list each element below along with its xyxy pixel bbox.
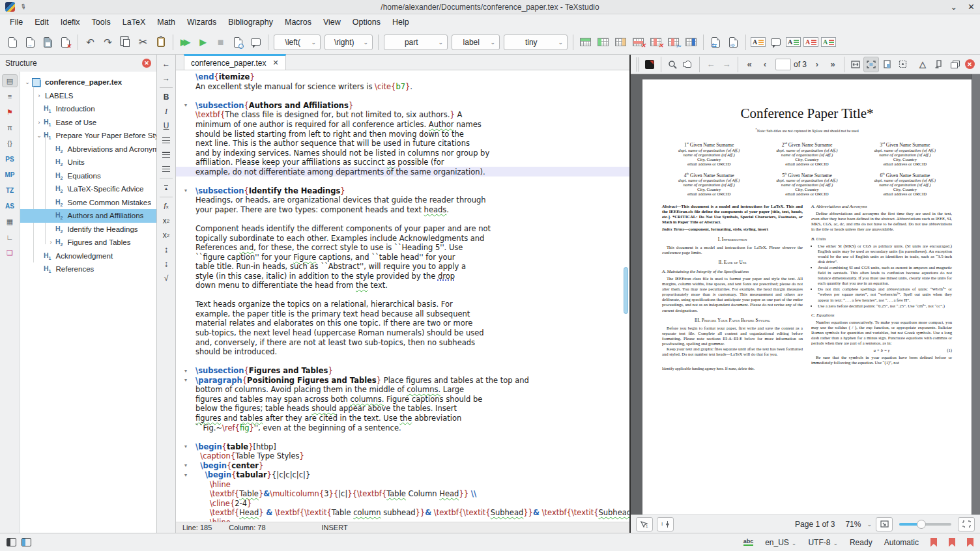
sqrt-button[interactable]: √ [158,272,174,285]
tree-item-some-common-mistakes[interactable]: H2Some Common Mistakes [20,196,156,210]
code-line[interactable]: and by indexing services. Names should n… [176,148,629,158]
code-line[interactable]: References and, for these, the correct s… [176,243,629,253]
tree-item-equations[interactable]: H2Equations [20,169,156,183]
fit-window-button[interactable] [863,57,879,72]
menu-wizards[interactable]: Wizards [181,16,222,29]
code-line[interactable]: minimum of one author is required for al… [176,120,629,130]
save-file-button[interactable] [39,33,57,51]
code-line[interactable] [176,91,629,101]
code-line[interactable]: your paper. There are two types: compone… [176,205,629,215]
table-add-row-button[interactable] [577,33,594,51]
overview-list-icon[interactable]: ≡ [2,90,18,103]
align-center-button[interactable] [158,148,174,161]
fullscreen-pdf-button[interactable] [958,517,975,531]
tree-item-references[interactable]: H1References [20,262,156,276]
metapost-icon[interactable]: MP [2,168,18,181]
tab-conference-paper[interactable]: conference_paper.tex ✕ [184,54,286,70]
compile-and-view-button[interactable]: ▶▶ [177,33,194,51]
code-line[interactable] [176,214,629,224]
brace-symbols-icon[interactable]: {} [2,137,18,150]
tree-item-figures-and-tables[interactable]: ›H2Figures and Tables [20,236,156,249]
convert-to-latex-button[interactable] [707,33,725,51]
format-green-button[interactable]: A [785,33,802,51]
left-delimiter-combo[interactable]: \left(⌄ [274,35,321,50]
zoom-fit-button[interactable] [876,517,893,531]
insert-over-button[interactable]: ▲ [158,181,174,194]
bookmark-flag-icon[interactable] [949,538,955,547]
copy-button[interactable] [117,33,134,51]
toggle-bottom-panel-button[interactable] [22,538,31,546]
right-delimiter-combo[interactable]: \right)⌄ [324,35,373,50]
minimize-button[interactable]: ⌄ [950,2,957,12]
table-delete-row-button[interactable] [629,33,647,51]
code-line[interactable]: figures and tables may span across both … [176,395,629,404]
magnifier-tool-button[interactable] [665,57,680,72]
code-line[interactable]: table title. Run-in heads, such as ``Abs… [176,262,629,272]
history-back-button[interactable]: ← [703,57,719,72]
compile-button[interactable]: ▶ [194,33,212,51]
page-number-input[interactable] [775,59,791,70]
code-line[interactable]: \textbf{Head} & \textbf{\textit{Table co… [176,508,629,518]
convert-from-latex-button[interactable] [725,33,742,51]
math-symbols-icon[interactable]: π [2,121,18,134]
comment-bubble-button[interactable] [767,33,785,51]
tree-item-conference-paper-tex[interactable]: ⌄conference_paper.tex [20,76,156,89]
tree-item-ease-of-use[interactable]: ›H1Ease of Use [20,116,156,130]
code-line[interactable] [176,177,629,186]
code-line[interactable]: below the figures; table heads should ap… [176,404,629,414]
code-line[interactable]: material relates and elaborates on this … [176,318,629,328]
align-left-button[interactable] [158,134,174,147]
tab-close-icon[interactable]: ✕ [272,59,278,67]
code-line[interactable] [176,290,629,300]
label-insert-combo[interactable]: label⌄ [452,35,500,50]
code-line[interactable]: ▾\subsection{Identify the Headings} [176,186,629,196]
stretch-vertical-button[interactable]: ↨ [158,243,174,256]
code-line[interactable]: figures and tables after they are cited … [176,414,629,423]
code-line[interactable]: bottom of columns. Avoid placing them in… [176,385,629,395]
menu-options[interactable]: Options [347,16,386,29]
code-area[interactable]: \end{itemize}An excellent style manual f… [176,70,629,522]
continuous-mode-button[interactable] [895,57,910,72]
menu-idefix[interactable]: Idefix [55,16,86,29]
language-select[interactable]: en_US⌄ [765,538,796,547]
code-line[interactable]: An excellent style manual for science wr… [176,82,629,92]
format-highlight-button[interactable]: A [749,33,767,51]
arrow-right-button[interactable]: → [158,72,174,85]
menu-tools[interactable]: Tools [86,16,117,29]
tree-item-abbreviations-and-acronyms[interactable]: H2Abbreviations and Acronyms [20,143,156,156]
code-line[interactable]: \textbf{Table}&\multicolumn{3}{|c|}{\tex… [176,489,629,499]
code-line[interactable] [176,356,629,366]
toggle-left-panel-button[interactable] [7,538,16,546]
code-line[interactable]: \caption{Table Type Styles} [176,451,629,461]
code-line[interactable]: and, conversely, if there are not at lea… [176,337,629,347]
code-line[interactable]: \hline [176,480,629,490]
menu-view[interactable]: View [317,16,347,29]
code-line[interactable]: \hline [176,518,629,522]
stretch-vertical-2-button[interactable]: ↨ [158,257,174,270]
tree-item-identify-the-headings[interactable]: H2Identify the Headings [20,223,156,236]
code-line[interactable]: example, the paper title is the primary … [176,309,629,319]
menu-macros[interactable]: Macros [279,16,317,29]
structure-view-icon[interactable]: ▤ [2,74,18,87]
table-align-column-button[interactable] [682,33,700,51]
code-line[interactable]: down menu to differentiate the head from… [176,281,629,290]
table-tools-icon[interactable]: ▦ [2,215,18,228]
table-add-column-button[interactable] [594,33,612,51]
hand-tool-button[interactable] [680,57,696,72]
stop-button[interactable]: ■ [212,33,229,51]
code-line[interactable]: ``figure caption'' for your Figure capti… [176,252,629,262]
tree-item-prepare-your-paper-before-styling[interactable]: ⌄H1Prepare Your Paper Before Styling [20,129,156,143]
zoom-slider-thumb[interactable] [917,520,926,529]
code-line[interactable]: \textbf{The class file is designed for, … [176,110,629,120]
code-line[interactable]: ▾\subsection{Authors and Affiliations} [176,101,629,111]
code-line[interactable]: ▾ \begin{center} [176,460,629,470]
tree-item-latex-specific-advice[interactable]: H2\LaTeX-Specific Advice [20,182,156,196]
tree-item-acknowledgment[interactable]: H1Acknowledgment [20,249,156,263]
code-line[interactable]: ``Fig.~\ref{fig}'', even at the beginnin… [176,423,629,432]
font-size-command-combo[interactable]: tiny⌄ [504,35,568,50]
code-line[interactable] [176,432,629,442]
zoom-slider[interactable] [899,523,951,526]
undo-button[interactable]: ↶ [81,33,99,51]
code-line[interactable]: Text heads organize the topics on a rela… [176,300,629,309]
underline-button[interactable]: U [158,119,174,132]
